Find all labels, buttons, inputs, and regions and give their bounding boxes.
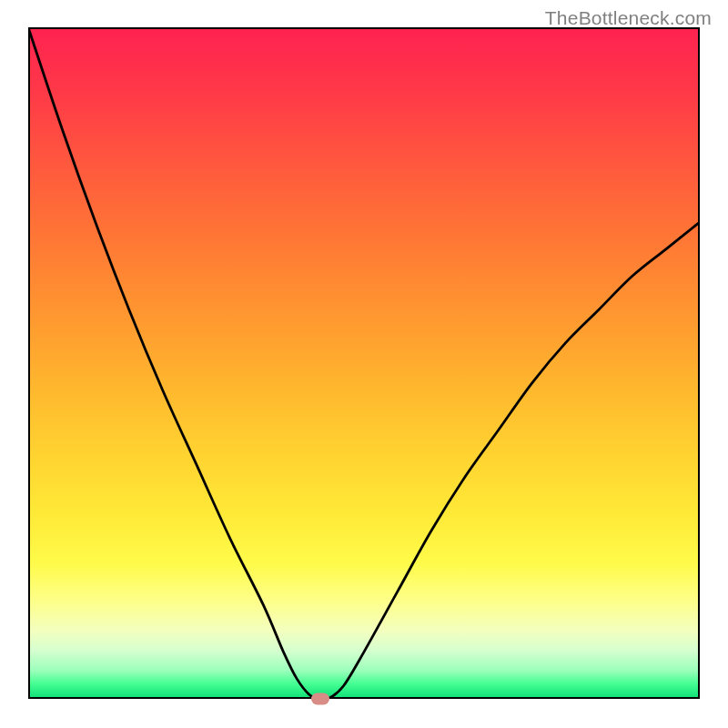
chart-curve-svg xyxy=(28,27,700,699)
bottleneck-curve-path xyxy=(28,27,700,699)
site-watermark: TheBottleneck.com xyxy=(545,7,712,29)
optimal-point-marker xyxy=(311,693,329,705)
bottleneck-chart xyxy=(28,27,700,699)
